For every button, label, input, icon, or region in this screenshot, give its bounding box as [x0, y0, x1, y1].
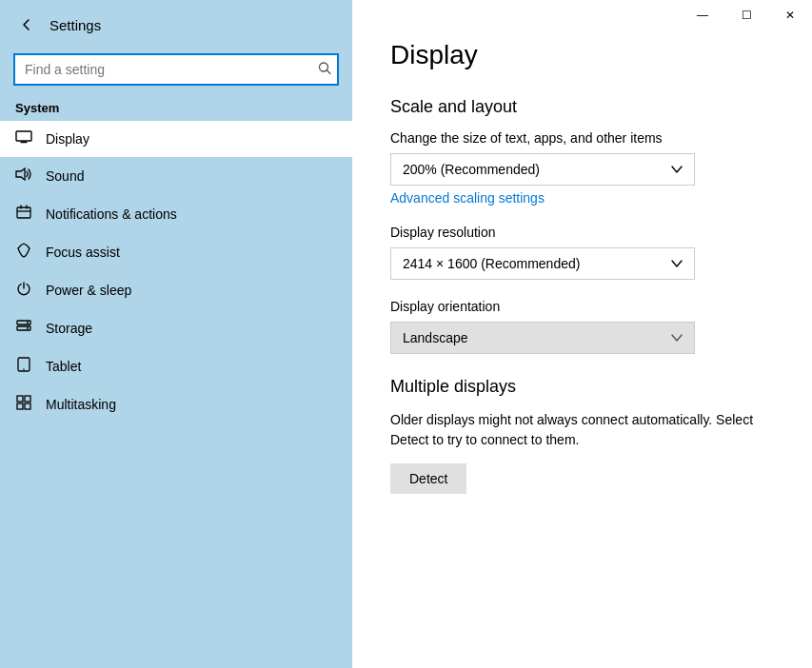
sidebar-item-storage-label: Storage	[46, 321, 92, 336]
back-button[interactable]	[15, 13, 38, 36]
svg-rect-16	[17, 396, 23, 402]
main-content: — ☐ ✕ Display Scale and layout Change th…	[352, 0, 812, 668]
scale-value: 200% (Recommended)	[403, 162, 540, 177]
svg-marker-5	[16, 168, 25, 180]
multiple-displays-section: Multiple displays Older displays might n…	[390, 377, 774, 494]
multiple-displays-description: Older displays might not always connect …	[390, 410, 774, 450]
detect-button[interactable]: Detect	[390, 463, 466, 494]
search-icon	[318, 62, 331, 78]
sidebar-item-multitasking[interactable]: Multitasking	[0, 385, 352, 423]
sidebar-item-notifications[interactable]: Notifications & actions	[0, 195, 352, 233]
svg-point-12	[27, 322, 29, 324]
maximize-button[interactable]: ☐	[724, 0, 768, 30]
svg-point-13	[27, 327, 29, 329]
sidebar-item-storage[interactable]: Storage	[0, 309, 352, 347]
svg-rect-19	[25, 403, 30, 409]
sidebar-title: Settings	[50, 17, 101, 33]
svg-rect-6	[17, 207, 30, 218]
resolution-label: Display resolution	[390, 225, 774, 240]
search-box	[13, 53, 339, 86]
sidebar-item-tablet-label: Tablet	[46, 359, 81, 374]
sidebar: Settings System Display	[0, 0, 352, 668]
display-icon	[15, 130, 32, 147]
multitasking-icon	[15, 395, 32, 414]
svg-point-15	[23, 368, 25, 370]
power-icon	[15, 281, 32, 300]
sidebar-item-tablet[interactable]: Tablet	[0, 347, 352, 385]
sidebar-item-sound[interactable]: Sound	[0, 157, 352, 195]
minimize-button[interactable]: —	[681, 0, 724, 30]
sound-icon	[15, 167, 32, 186]
orientation-value: Landscape	[403, 330, 468, 345]
sidebar-header: Settings	[0, 0, 352, 49]
notifications-icon	[15, 205, 32, 224]
advanced-scaling-link[interactable]: Advanced scaling settings	[390, 190, 545, 206]
svg-rect-2	[16, 131, 31, 141]
sidebar-item-focus-label: Focus assist	[46, 245, 120, 260]
scale-dropdown[interactable]: 200% (Recommended)	[390, 153, 695, 186]
system-label: System	[0, 95, 352, 121]
sidebar-item-display[interactable]: Display	[0, 121, 352, 157]
scale-label: Change the size of text, apps, and other…	[390, 130, 774, 146]
orientation-label: Display orientation	[390, 299, 774, 314]
close-button[interactable]: ✕	[768, 0, 812, 30]
focus-icon	[15, 243, 32, 262]
scale-section-title: Scale and layout	[390, 97, 774, 117]
sidebar-item-display-label: Display	[46, 131, 89, 147]
sidebar-item-multitasking-label: Multitasking	[46, 397, 116, 412]
sidebar-item-power-label: Power & sleep	[46, 283, 131, 298]
content-area: Display Scale and layout Change the size…	[352, 30, 812, 668]
search-input[interactable]	[13, 53, 339, 86]
sidebar-item-focus[interactable]: Focus assist	[0, 233, 352, 271]
scale-dropdown-chevron	[671, 166, 683, 173]
orientation-dropdown-chevron	[671, 334, 683, 342]
svg-rect-18	[17, 403, 23, 409]
sidebar-item-sound-label: Sound	[46, 168, 84, 184]
orientation-dropdown[interactable]: Landscape	[390, 322, 695, 354]
storage-icon	[15, 319, 32, 338]
tablet-icon	[15, 357, 32, 376]
multiple-displays-title: Multiple displays	[390, 377, 774, 397]
resolution-dropdown-chevron	[671, 260, 683, 267]
page-title: Display	[390, 40, 774, 70]
resolution-value: 2414 × 1600 (Recommended)	[403, 256, 580, 271]
svg-line-1	[327, 70, 331, 74]
resolution-dropdown[interactable]: 2414 × 1600 (Recommended)	[390, 247, 695, 280]
sidebar-item-notifications-label: Notifications & actions	[46, 206, 177, 222]
titlebar: — ☐ ✕	[352, 0, 812, 30]
sidebar-item-power[interactable]: Power & sleep	[0, 271, 352, 309]
svg-rect-17	[25, 396, 30, 402]
